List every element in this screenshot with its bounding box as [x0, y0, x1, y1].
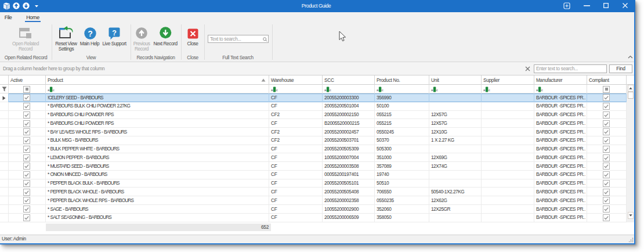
- svg-text:c: c: [330, 88, 331, 92]
- svg-text:c: c: [489, 88, 490, 92]
- svg-text:a: a: [483, 88, 486, 92]
- svg-text:a: a: [48, 88, 50, 92]
- svg-text:a: a: [271, 88, 273, 92]
- svg-text:a: a: [377, 88, 379, 92]
- svg-text:?: ?: [88, 28, 93, 38]
- svg-text:a: a: [324, 88, 327, 92]
- svg-text:a: a: [431, 88, 433, 92]
- svg-text:c: c: [53, 88, 55, 92]
- svg-text:?: ?: [112, 29, 117, 37]
- svg-text:a: a: [536, 88, 538, 92]
- svg-text:c: c: [382, 88, 383, 92]
- svg-text:c: c: [436, 88, 438, 92]
- svg-text:c: c: [276, 88, 278, 92]
- svg-text:c: c: [541, 88, 543, 92]
